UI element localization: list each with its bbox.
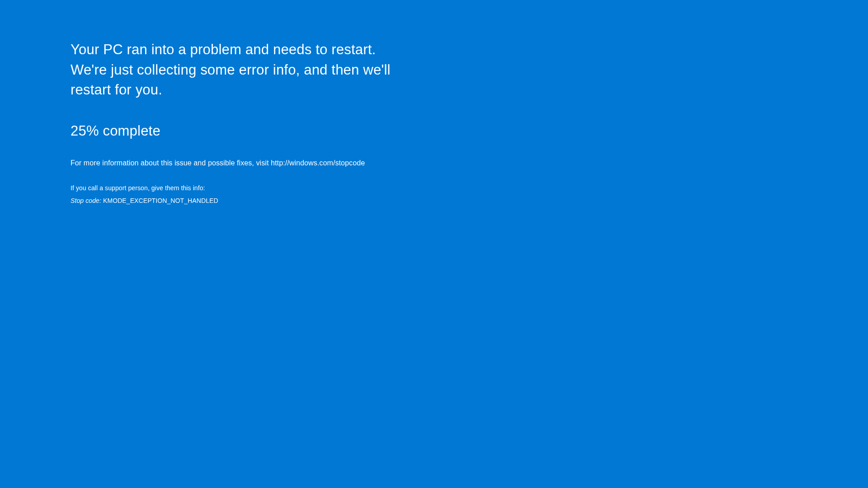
main-error-message: Your PC ran into a problem and needs to … (71, 40, 405, 100)
progress-text: 25% complete (71, 123, 405, 139)
stop-code-label: Stop code: (71, 197, 101, 204)
bsod-container: Your PC ran into a problem and needs to … (71, 40, 405, 204)
stop-code-value: KMODE_EXCEPTION_NOT_HANDLED (103, 197, 218, 204)
more-info-text: For more information about this issue an… (71, 159, 405, 167)
stop-code-line: Stop code: KMODE_EXCEPTION_NOT_HANDLED (71, 197, 405, 204)
support-intro-text: If you call a support person, give them … (71, 184, 405, 192)
